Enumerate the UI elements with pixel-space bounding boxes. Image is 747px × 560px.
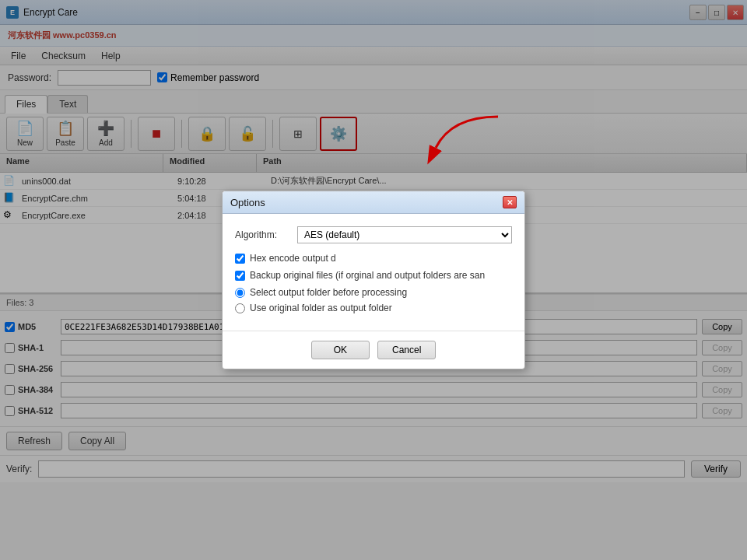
dialog-title: Options: [230, 197, 265, 208]
modal-overlay: Options ✕ Algorithm: AES (default) Blowf…: [0, 0, 747, 560]
radio-select-output-label: Select output folder before processing: [250, 287, 407, 298]
ok-button[interactable]: OK: [311, 341, 370, 359]
algorithm-row: Algorithm: AES (default) Blowfish Triple…: [235, 226, 512, 243]
radio-select-output: Select output folder before processing: [235, 287, 512, 298]
algorithm-label: Algorithm:: [235, 229, 297, 240]
radio-original-folder: Use original folder as output folder: [235, 303, 512, 313]
backup-label: Backup original files (if orginal and ou…: [250, 270, 485, 281]
output-folder-group: Select output folder before processing U…: [235, 287, 512, 313]
backup-checkbox[interactable]: [235, 271, 245, 281]
hex-encode-row: Hex encode output d: [235, 253, 512, 264]
options-dialog: Options ✕ Algorithm: AES (default) Blowf…: [222, 191, 525, 369]
radio-original-folder-label: Use original folder as output folder: [250, 303, 392, 313]
radio-original-folder-input[interactable]: [235, 303, 245, 313]
cancel-button[interactable]: Cancel: [377, 341, 436, 359]
algorithm-select[interactable]: AES (default) Blowfish Triple DES: [297, 226, 512, 243]
hex-encode-checkbox[interactable]: [235, 254, 245, 264]
backup-row: Backup original files (if orginal and ou…: [235, 270, 512, 281]
dialog-footer: OK Cancel: [223, 331, 524, 369]
dialog-title-bar: Options ✕: [223, 191, 524, 214]
radio-select-output-input[interactable]: [235, 288, 245, 298]
hex-encode-label: Hex encode output d: [250, 253, 336, 264]
dialog-close-button[interactable]: ✕: [503, 196, 517, 208]
dialog-body: Algorithm: AES (default) Blowfish Triple…: [223, 214, 524, 331]
